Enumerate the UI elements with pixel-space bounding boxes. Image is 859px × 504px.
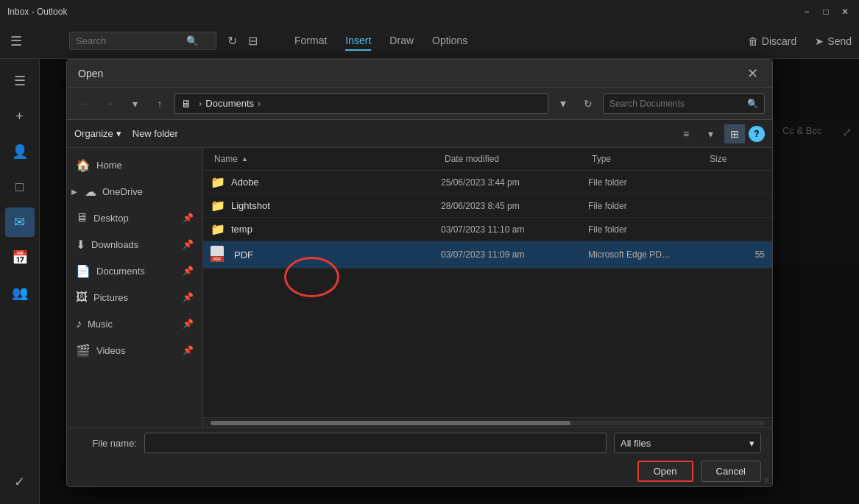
left-sidebar: ☰ + 👤 □ ✉ 📅 👥 ✓ [0,59,40,504]
file-row-adobe[interactable]: 📁 Adobe 25/06/2023 3:44 pm File folder [203,171,772,194]
sidebar-view[interactable]: □ [5,172,35,202]
pdf-text: PDF [213,257,221,261]
trash-icon: 🗑 [748,35,758,47]
pictures-label: Pictures [93,292,128,303]
tab-draw[interactable]: Draw [389,32,414,51]
downloads-icon: ⬇ [76,238,85,252]
pdf-label-bar: PDF [211,256,224,262]
dialog-footer: File name: All files ▾ Open Cancel [67,427,772,486]
places-desktop[interactable]: 🖥 Desktop 📌 [67,205,202,231]
window-controls: − □ ✕ [800,5,852,18]
sidebar-new[interactable]: + [5,102,35,131]
onedrive-label: OneDrive [102,186,143,197]
sidebar-hamburger[interactable]: ☰ [5,66,35,96]
places-music[interactable]: ♪ Music 📌 [67,310,202,337]
filter-icon[interactable]: ⊟ [248,34,258,48]
send-button[interactable]: ➤ Send [815,35,852,47]
tab-insert[interactable]: Insert [345,32,371,51]
file-row-temp[interactable]: 📁 temp 03/07/2023 11:10 am File folder [203,218,772,241]
organize-arrow-icon: ▾ [116,128,121,139]
file-row-lightshot[interactable]: 📁 Lightshot 28/06/2023 8:45 pm File fold… [203,194,772,218]
dialog-close-button[interactable]: ✕ [743,65,761,82]
places-downloads[interactable]: ⬇ Downloads 📌 [67,231,202,258]
maximize-button[interactable]: □ [819,5,833,18]
window-title: Inbox - Outlook [7,7,67,17]
name-sort-icon: ▲ [241,155,248,163]
hamburger-menu[interactable]: ☰ [7,32,25,50]
col-header-size[interactable]: Size [706,152,765,166]
file-name-pdf: PDF PDF [211,246,441,263]
file-name-lightshot-label: Lightshot [231,200,270,211]
places-home[interactable]: 🏠 Home [67,152,202,178]
discard-label: Discard [762,35,796,47]
file-date-lightshot: 28/06/2023 8:45 pm [441,201,588,211]
open-button[interactable]: Open [637,461,693,482]
view-controls: ≡ ▾ ⊞ ? [676,124,765,143]
organize-button[interactable]: Organize ▾ [74,128,121,139]
sync-icon[interactable]: ↻ [227,34,237,48]
sidebar-people[interactable]: 👤 [5,137,35,166]
filetype-select[interactable]: All files ▾ [614,433,761,453]
sidebar-tasks[interactable]: ✓ [5,467,35,497]
onedrive-icon: ☁ [85,185,96,199]
discard-button[interactable]: 🗑 Discard [748,35,796,47]
sidebar-contacts[interactable]: 👥 [5,278,35,308]
tab-options[interactable]: Options [432,32,467,51]
file-name-pdf-label: PDF [234,249,253,260]
pictures-icon: 🖼 [76,291,88,304]
search-documents-box[interactable]: 🔍 [603,93,765,114]
toolbar-actions: ↻ ⊟ [227,34,258,48]
scrollbar-thumb [211,421,570,425]
path-documents: Documents [205,98,254,109]
nav-back-button[interactable]: ← [74,93,95,114]
folder-icon-adobe: 📁 [211,175,225,189]
outlook-search-box[interactable]: 🔍 [69,32,216,50]
help-button[interactable]: ? [749,126,765,142]
filename-row: File name: All files ▾ [78,433,761,453]
filename-input[interactable] [144,433,607,453]
file-type-lightshot: File folder [588,201,706,211]
file-row-pdf[interactable]: PDF PDF 03/07/2023 11:09 am Microsoft Ed… [203,241,772,269]
outlook-search-input[interactable] [76,35,186,46]
col-header-type[interactable]: Type [588,152,706,166]
close-button[interactable]: ✕ [838,5,852,18]
tab-format[interactable]: Format [294,32,327,51]
file-type-temp: File folder [588,224,706,235]
refresh-button[interactable]: ↻ [578,93,598,114]
sidebar-mail[interactable]: ✉ [5,207,35,237]
path-separator: › [199,98,202,109]
places-pictures[interactable]: 🖼 Pictures 📌 [67,284,202,310]
send-icon: ➤ [815,35,824,47]
resize-grip[interactable]: ⠿ [760,475,772,486]
minimize-button[interactable]: − [800,5,813,18]
path-separator-2: › [258,98,261,109]
col-header-date[interactable]: Date modified [441,152,588,166]
sidebar-calendar[interactable]: 📅 [5,243,35,272]
places-onedrive[interactable]: ▶ ☁ OneDrive [67,178,202,205]
dialog-nav-bar: ← → ▾ ↑ 🖥 › Documents › ▾ ↻ 🔍 [67,88,772,120]
path-root-icon: 🖥 [181,98,191,110]
horizontal-scrollbar[interactable] [203,417,772,427]
view-dropdown-button[interactable]: ▾ [700,124,721,143]
path-bar: 🖥 › Documents › [174,93,548,114]
folder-icon-temp: 📁 [211,222,225,236]
documents-icon: 📄 [76,264,91,278]
list-view-button[interactable]: ≡ [676,124,696,143]
nav-forward-button[interactable]: → [99,93,120,114]
files-panel: Name ▲ Date modified Type Size 📁 Adobe 2… [203,148,772,427]
outlook-search-icon: 🔍 [186,35,198,46]
search-documents-input[interactable] [609,99,747,109]
nav-recent-button[interactable]: ▾ [124,93,145,114]
home-label: Home [96,160,122,171]
nav-up-button[interactable]: ↑ [149,93,170,114]
path-dropdown-button[interactable]: ▾ [553,93,573,114]
new-folder-button[interactable]: New folder [132,128,178,139]
col-header-name[interactable]: Name ▲ [211,152,441,166]
places-videos[interactable]: 🎬 Videos 📌 [67,337,202,363]
file-date-adobe: 25/06/2023 3:44 pm [441,177,588,188]
places-documents[interactable]: 📄 Documents 📌 [67,258,202,284]
scrollbar-track [211,421,765,425]
cancel-button[interactable]: Cancel [701,461,761,482]
details-view-button[interactable]: ⊞ [724,124,745,143]
dialog-title: Open [78,68,103,79]
